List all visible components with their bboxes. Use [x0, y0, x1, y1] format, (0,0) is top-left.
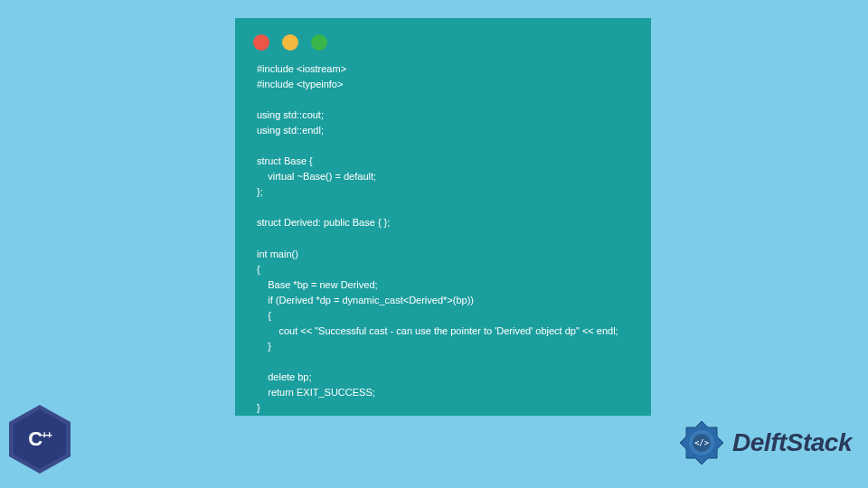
code-window: #include <iostream> #include <typeinfo> … — [235, 18, 651, 416]
close-icon[interactable] — [253, 34, 269, 51]
brand: </> DelftStack — [676, 418, 852, 468]
cpp-logo-text: C++ — [28, 427, 52, 451]
svg-text:</>: </> — [694, 438, 710, 447]
cpp-logo: C++ — [9, 405, 71, 474]
maximize-icon[interactable] — [311, 34, 327, 51]
minimize-icon[interactable] — [282, 34, 298, 51]
window-titlebar — [251, 31, 635, 61]
brand-name: DelftStack — [732, 428, 852, 457]
brand-logo-icon: </> — [676, 418, 727, 468]
code-block: #include <iostream> #include <typeinfo> … — [251, 61, 635, 416]
